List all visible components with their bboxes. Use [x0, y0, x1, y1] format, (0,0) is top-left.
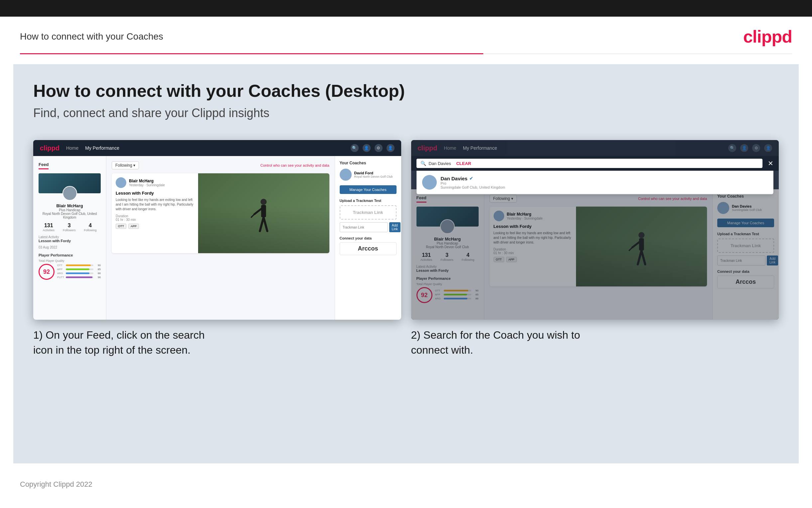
control-link[interactable]: Control who can see your activity and da…: [260, 163, 329, 167]
activities-label-2: Activities: [421, 258, 432, 261]
duration-label: Duration: [116, 214, 128, 218]
nav-home-2: Home: [444, 145, 456, 151]
coach-club: Royal North Devon Golf Club: [354, 175, 393, 178]
putt-bar-row: PUTT 96: [57, 276, 101, 279]
app-track: [66, 268, 93, 270]
player-performance: Player Performance Total Player Quality …: [39, 253, 101, 280]
player-perf-2: Player Performance Total Player Quality …: [417, 277, 479, 303]
coach-name-2: Dan Davies: [732, 204, 762, 208]
coach-info-2: Dan Davies Sunningdale Golf Club: [732, 204, 762, 212]
coach-club-2: Sunningdale Golf Club: [732, 208, 762, 212]
svg-rect-7: [639, 238, 644, 251]
close-search-button[interactable]: ✕: [768, 159, 773, 167]
result-club: Sunningdale Golf Club, United Kingdom: [441, 185, 505, 189]
following-bar-2: Following ▾ Control who can see your act…: [490, 195, 707, 203]
putt-fill: [66, 277, 92, 278]
nav-my-performance[interactable]: My Performance: [85, 145, 119, 151]
post-author-name: Blair McHarg: [129, 179, 165, 183]
search-overlay: 🔍 Dan Davies CLEAR ✕ Dan Davies: [411, 156, 779, 194]
search-result-item[interactable]: Dan Davies ✔ Pro Sunningdale Golf Club, …: [417, 171, 773, 194]
ott-fill: [66, 264, 91, 266]
total-quality-label: Total Player Quality: [39, 259, 101, 262]
profile-icon[interactable]: 👤: [363, 144, 371, 152]
main-title: How to connect with your Coaches (Deskto…: [33, 81, 779, 101]
control-link-2: Control who can see your activity and da…: [638, 197, 707, 201]
avatar-icon[interactable]: 👤: [387, 144, 394, 152]
footer-text: Copyright Clippd 2022: [20, 480, 92, 489]
post-info-2: Blair McHarg Yesterday · Sunningdale Les…: [490, 207, 576, 287]
golfer-svg-2: [628, 230, 655, 270]
putt-label: PUTT: [57, 276, 64, 279]
app-body-2: Feed Blair McHarg Plus Handicap Royal No…: [411, 189, 779, 320]
profile-stats: 131 Activities 3 Followers 4 Following: [39, 222, 101, 232]
connect-title: Connect your data: [340, 236, 396, 240]
app-track-2: [444, 294, 471, 295]
trackman-input-2: [717, 255, 765, 265]
feed-tab[interactable]: Feed: [39, 162, 49, 169]
coach-name: David Ford: [354, 171, 393, 175]
trackman-title-2: Upload a Trackman Test: [717, 232, 774, 236]
following-button[interactable]: Following ▾: [112, 161, 139, 169]
nav-icons-2: 🔍 👤 ⚙ 👤: [728, 144, 772, 152]
stat-followers-2: 3 Followers: [440, 252, 453, 261]
tag-app-2: APP: [506, 257, 517, 262]
app-bar-row: APP 85: [57, 268, 101, 271]
post-avatar: [116, 177, 126, 188]
app-bar-2: APP 85: [435, 293, 479, 296]
manage-coaches-button[interactable]: Manage Your Coaches: [340, 185, 396, 194]
clear-button[interactable]: CLEAR: [457, 161, 471, 166]
app-val: 85: [95, 268, 101, 271]
post-title: Lesson with Fordy: [116, 190, 194, 196]
ott-bar-2: OTT 90: [435, 289, 479, 292]
trackman-section-2: Upload a Trackman Test Trackman Link Add…: [717, 232, 774, 265]
arg-val: 86: [95, 272, 101, 275]
app-nav-logo-2: clippd: [418, 144, 437, 152]
result-name-row: Dan Davies ✔: [441, 176, 505, 181]
app-val-2: 85: [473, 293, 479, 296]
post-image: [198, 173, 329, 253]
trackman-input-row: Add Link: [340, 222, 396, 232]
putt-track: [66, 277, 93, 278]
post-tags-2: OTT APP: [493, 257, 572, 262]
post-text-2: Looking to feel like my hands are exitin…: [493, 231, 572, 245]
post-title-2: Lesson with Fordy: [493, 224, 572, 229]
following-btn-2: Following ▾: [490, 195, 517, 203]
post-author-sub: Yesterday · Sunningdale: [129, 183, 165, 187]
following-2: 4: [462, 252, 474, 258]
perf-score-row-2: 92 OTT 90 APP: [417, 287, 479, 303]
app-feed-2: Following ▾ Control who can see your act…: [484, 189, 713, 320]
profile-club: Royal North Devon Golf Club, United King…: [39, 212, 101, 219]
header: How to connect with your Coaches clippd: [0, 17, 812, 53]
svg-line-9: [641, 251, 645, 264]
perf-title: Player Performance: [39, 253, 101, 257]
app-body-1: Feed Blair McHarg Plus Handicap Royal No…: [33, 156, 401, 320]
app-nav-1: clippd Home My Performance 🔍 👤 ⚙ 👤: [33, 140, 401, 156]
profile-handicap: Plus Handicap: [39, 208, 101, 212]
nav-home[interactable]: Home: [66, 145, 79, 151]
step-1-text: 1) On your Feed, click on the search ico…: [33, 328, 401, 357]
trackman-title: Upload a Trackman Test: [340, 199, 396, 203]
clippd-logo: clippd: [743, 27, 792, 47]
header-divider: [20, 53, 792, 54]
stat-followers: 3 Followers: [63, 222, 76, 232]
ott-track-2: [444, 290, 471, 291]
add-link-button[interactable]: Add Link: [389, 222, 400, 232]
perf-bars-2: OTT 90 APP 85: [435, 289, 479, 301]
arg-bar-row: ARG 86: [57, 272, 101, 275]
settings-icon[interactable]: ⚙: [375, 144, 383, 152]
screenshot-1: clippd Home My Performance 🔍 👤 ⚙ 👤 Feed: [33, 140, 401, 320]
profile-club-2: Royal North Devon Golf Club: [417, 245, 479, 249]
lesson-post: Blair McHarg Yesterday · Sunningdale Les…: [112, 173, 329, 253]
search-icon[interactable]: 🔍: [351, 144, 359, 152]
page-title: How to connect with your Coaches: [20, 31, 163, 42]
arg-label: ARG: [57, 272, 64, 275]
post-avatar-2: [493, 211, 504, 221]
search-input-mock[interactable]: 🔍 Dan Davies CLEAR: [417, 159, 763, 168]
coach-info: David Ford Royal North Devon Golf Club: [354, 171, 393, 178]
app-fill-2: [444, 294, 467, 295]
svg-line-11: [629, 248, 632, 251]
trackman-placeholder: Trackman Link: [340, 205, 396, 220]
trackman-input[interactable]: [340, 222, 388, 232]
latest-activity-label: Latest Activity: [39, 235, 101, 239]
svg-line-5: [251, 214, 254, 217]
